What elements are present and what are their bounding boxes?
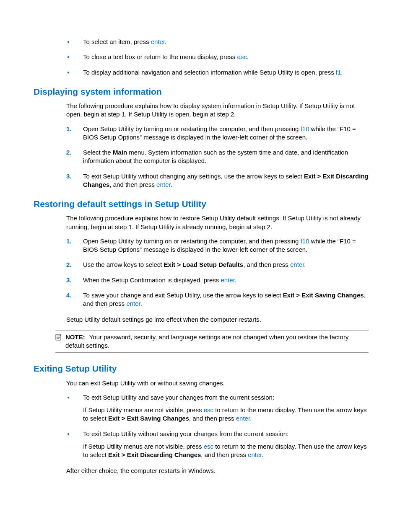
- bold-text: Main: [113, 149, 127, 156]
- key-f10: f10: [301, 125, 309, 132]
- text: If Setup Utility menus are not visible, …: [83, 406, 204, 413]
- key-enter: enter: [221, 276, 235, 284]
- note-box: NOTE:Your password, security, and langua…: [55, 330, 369, 353]
- key-enter: enter: [248, 451, 262, 458]
- list-item: To select an item, press enter.: [67, 38, 369, 46]
- list-item: Use the arrow keys to select Exit > Load…: [66, 261, 369, 269]
- text: , and then press: [201, 451, 248, 458]
- list-item: Open Setup Utility by turning on or rest…: [66, 237, 369, 254]
- sub-paragraph: If Setup Utility menus are not visible, …: [83, 406, 369, 423]
- text: To close a text box or return to the men…: [83, 53, 237, 60]
- text: Open Setup Utility by turning on or rest…: [83, 125, 301, 132]
- list-item: To exit Setup Utility without changing a…: [66, 172, 369, 189]
- list-item: Select the Main menu. System information…: [66, 148, 369, 165]
- paragraph: After either choice, the computer restar…: [66, 467, 369, 475]
- text: .: [247, 53, 249, 60]
- text: To select an item, press: [83, 38, 151, 45]
- paragraph: You can exit Setup Utility with or witho…: [66, 379, 369, 387]
- list-item: When the Setup Confirmation is displayed…: [66, 276, 369, 284]
- bold-text: Exit > Exit Saving Changes: [108, 415, 189, 422]
- key-enter: enter: [151, 38, 165, 45]
- list-item: To close a text box or return to the men…: [67, 53, 369, 61]
- text: .: [165, 38, 166, 45]
- text: , and then press: [189, 415, 236, 422]
- text: .: [250, 415, 252, 422]
- key-enter: enter: [126, 300, 140, 307]
- heading-restoring-defaults: Restoring default settings in Setup Util…: [34, 198, 369, 210]
- text: Open Setup Utility by turning on or rest…: [83, 238, 301, 245]
- text: .: [341, 69, 343, 76]
- key-esc: esc: [204, 443, 213, 450]
- list-item: To display additional navigation and sel…: [67, 68, 369, 77]
- note-icon: [55, 334, 62, 341]
- heading-displaying-system-info: Displaying system information: [34, 86, 369, 98]
- ordered-list: Open Setup Utility by turning on or rest…: [34, 237, 369, 308]
- text: , and then press: [243, 261, 290, 268]
- text: To exit Setup Utility and save your chan…: [83, 394, 274, 401]
- text: .: [304, 261, 306, 268]
- text: To display additional navigation and sel…: [83, 69, 336, 76]
- paragraph: Setup Utility default settings go into e…: [66, 315, 369, 324]
- text: .: [262, 451, 263, 458]
- key-f10: f10: [301, 238, 309, 245]
- heading-exiting-setup: Exiting Setup Utility: [34, 363, 369, 374]
- intro-bullet-list: To select an item, press enter. To close…: [34, 38, 369, 77]
- ordered-list: Open Setup Utility by turning on or rest…: [34, 125, 369, 189]
- text: To exit Setup Utility without changing a…: [83, 173, 304, 180]
- bullet-list: To exit Setup Utility and save your chan…: [34, 393, 369, 460]
- key-esc: esc: [204, 406, 213, 413]
- text: .: [170, 181, 172, 188]
- text: To save your change and exit Setup Utili…: [83, 292, 283, 299]
- sub-paragraph: If Setup Utility menus are not visible, …: [83, 442, 369, 460]
- text: If Setup Utility menus are not visible, …: [83, 443, 204, 450]
- bold-text: Exit > Load Setup Defaults: [164, 261, 244, 268]
- key-f1: f1: [336, 69, 341, 76]
- list-item: To save your change and exit Setup Utili…: [66, 291, 369, 308]
- text: .: [140, 300, 142, 307]
- text: , and then press: [109, 181, 156, 188]
- text: When the Setup Confirmation is displayed…: [83, 276, 221, 284]
- paragraph: The following procedure explains how to …: [66, 102, 369, 119]
- note-label: NOTE:: [65, 333, 85, 341]
- text: To exit Setup Utility without saving you…: [83, 430, 288, 437]
- key-esc: esc: [237, 53, 247, 60]
- list-item: To exit Setup Utility and save your chan…: [67, 393, 369, 423]
- paragraph: The following procedure explains how to …: [66, 214, 369, 231]
- key-enter: enter: [290, 261, 304, 268]
- note-text: Your password, security, and language se…: [65, 333, 348, 349]
- list-item: Open Setup Utility by turning on or rest…: [66, 125, 369, 142]
- text: .: [235, 276, 236, 284]
- key-enter: enter: [236, 415, 250, 422]
- list-item: To exit Setup Utility without saving you…: [67, 430, 369, 460]
- note-content: NOTE:Your password, security, and langua…: [65, 333, 369, 350]
- bold-text: Exit > Exit Saving Changes: [283, 292, 364, 299]
- key-enter: enter: [156, 181, 170, 188]
- bold-text: Exit > Exit Discarding Changes: [108, 451, 201, 458]
- text: Select the: [83, 149, 113, 156]
- text: Use the arrow keys to select: [83, 261, 164, 268]
